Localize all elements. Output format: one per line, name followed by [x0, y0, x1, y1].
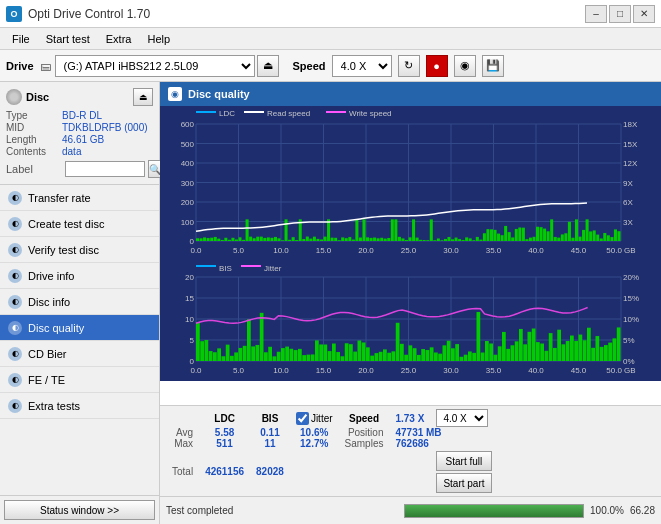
eject-button[interactable]: ⏏	[257, 55, 279, 77]
top-chart	[160, 106, 661, 261]
speed-label: Speed	[293, 60, 326, 72]
menubar: File Start test Extra Help	[0, 28, 661, 50]
app-icon: O	[6, 6, 22, 22]
status-window-button[interactable]: Status window >>	[4, 500, 155, 520]
jitter-label: Jitter	[296, 412, 333, 425]
status-text: Test completed	[166, 505, 398, 516]
disc-icon	[6, 89, 22, 105]
total-label: Total	[166, 449, 199, 493]
disc-quality-icon: ◐	[8, 321, 22, 335]
nav-extra-tests-label: Extra tests	[28, 400, 80, 412]
start-full-button[interactable]: Start full	[436, 451, 491, 471]
verify-test-disc-icon: ◐	[8, 243, 22, 257]
contents-value: data	[62, 146, 81, 157]
avg-label: Avg	[166, 427, 199, 438]
total-bis: 82028	[250, 449, 290, 493]
extra-tests-icon: ◐	[8, 399, 22, 413]
drive-select[interactable]: (G:) ATAPI iHBS212 2.5L09	[55, 55, 255, 77]
statusbar: Test completed 100.0% 66.28	[160, 496, 661, 524]
nav-disc-info-label: Disc info	[28, 296, 70, 308]
status-right: 66.28	[630, 505, 655, 516]
nav-cd-bier-label: CD Bier	[28, 348, 67, 360]
transfer-rate-icon: ◐	[8, 191, 22, 205]
nav-fe-te[interactable]: ◐ FE / TE	[0, 367, 159, 393]
nav-verify-test-disc[interactable]: ◐ Verify test disc	[0, 237, 159, 263]
nav-drive-info[interactable]: ◐ Drive info	[0, 263, 159, 289]
position-label: Position	[339, 427, 390, 438]
col-speed-val: 1.73 X	[389, 409, 430, 427]
nav-items: ◐ Transfer rate ◐ Create test disc ◐ Ver…	[0, 185, 159, 495]
stats-area: LDC BIS Jitter Speed 1.73 X 4.0	[160, 405, 661, 496]
window-controls: – □ ✕	[585, 5, 655, 23]
fe-te-icon: ◐	[8, 373, 22, 387]
label-label: Label	[6, 163, 62, 175]
nav-verify-test-disc-label: Verify test disc	[28, 244, 99, 256]
speed-select[interactable]: 4.0 X	[332, 55, 392, 77]
menu-extra[interactable]: Extra	[98, 31, 140, 47]
nav-create-test-disc[interactable]: ◐ Create test disc	[0, 211, 159, 237]
disc-eject-button[interactable]: ⏏	[133, 88, 153, 106]
start-part-button[interactable]: Start part	[436, 473, 491, 493]
menu-file[interactable]: File	[4, 31, 38, 47]
nav-extra-tests[interactable]: ◐ Extra tests	[0, 393, 159, 419]
max-jitter: 12.7%	[290, 438, 339, 449]
toolbar: Drive 🖴 (G:) ATAPI iHBS212 2.5L09 ⏏ Spee…	[0, 50, 661, 82]
max-bis: 11	[250, 438, 290, 449]
cd-bier-icon: ◐	[8, 347, 22, 361]
sidebar: Disc ⏏ Type BD-R DL MID TDKBLDRFB (000) …	[0, 82, 160, 524]
max-ldc: 511	[199, 438, 250, 449]
jitter-checkbox[interactable]	[296, 412, 309, 425]
max-label: Max	[166, 438, 199, 449]
disc-button2[interactable]: ◉	[454, 55, 476, 77]
type-label: Type	[6, 110, 62, 121]
col-ldc-header: LDC	[199, 409, 250, 427]
charts-wrapper	[160, 106, 661, 405]
chart-title: Disc quality	[188, 88, 250, 100]
progress-fill	[405, 505, 583, 517]
close-button[interactable]: ✕	[633, 5, 655, 23]
col-speed-label: Speed	[339, 409, 390, 427]
mid-label: MID	[6, 122, 62, 133]
main-area: Disc ⏏ Type BD-R DL MID TDKBLDRFB (000) …	[0, 82, 661, 524]
nav-cd-bier[interactable]: ◐ CD Bier	[0, 341, 159, 367]
stats-speed-select[interactable]: 4.0 X	[436, 409, 488, 427]
drive-label: Drive	[6, 60, 34, 72]
nav-create-test-disc-label: Create test disc	[28, 218, 104, 230]
create-test-disc-icon: ◐	[8, 217, 22, 231]
nav-disc-quality-label: Disc quality	[28, 322, 84, 334]
chart-header: ◉ Disc quality	[160, 82, 661, 106]
type-value: BD-R DL	[62, 110, 102, 121]
label-input[interactable]	[65, 161, 145, 177]
length-label: Length	[6, 134, 62, 145]
maximize-button[interactable]: □	[609, 5, 631, 23]
stats-table: LDC BIS Jitter Speed 1.73 X 4.0	[166, 409, 498, 493]
disc-title: Disc	[26, 91, 49, 103]
nav-drive-info-label: Drive info	[28, 270, 74, 282]
samples-label: Samples	[339, 438, 390, 449]
app-title: Opti Drive Control 1.70	[28, 7, 150, 21]
avg-jitter: 10.6%	[290, 427, 339, 438]
avg-ldc: 5.58	[199, 427, 250, 438]
content-area: ◉ Disc quality LDC BIS	[160, 82, 661, 524]
refresh-button[interactable]: ↻	[398, 55, 420, 77]
samples-val: 762686	[389, 438, 497, 449]
minimize-button[interactable]: –	[585, 5, 607, 23]
position-val: 47731 MB	[389, 427, 497, 438]
disc-button1[interactable]: ●	[426, 55, 448, 77]
menu-starttest[interactable]: Start test	[38, 31, 98, 47]
bottom-chart	[160, 261, 661, 381]
nav-disc-info[interactable]: ◐ Disc info	[0, 289, 159, 315]
total-ldc: 4261156	[199, 449, 250, 493]
progress-percent: 100.0%	[590, 505, 624, 516]
nav-transfer-rate[interactable]: ◐ Transfer rate	[0, 185, 159, 211]
menu-help[interactable]: Help	[139, 31, 178, 47]
disc-info-icon: ◐	[8, 295, 22, 309]
titlebar: O Opti Drive Control 1.70 – □ ✕	[0, 0, 661, 28]
save-button[interactable]: 💾	[482, 55, 504, 77]
col-bis-header: BIS	[250, 409, 290, 427]
mid-value: TDKBLDRFB (000)	[62, 122, 148, 133]
nav-disc-quality[interactable]: ◐ Disc quality	[0, 315, 159, 341]
disc-panel: Disc ⏏ Type BD-R DL MID TDKBLDRFB (000) …	[0, 82, 159, 185]
contents-label: Contents	[6, 146, 62, 157]
length-value: 46.61 GB	[62, 134, 104, 145]
